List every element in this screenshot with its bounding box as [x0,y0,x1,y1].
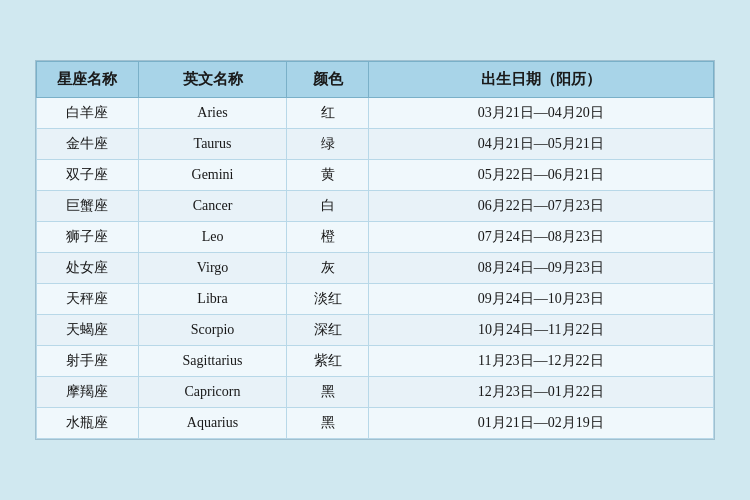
table-body: 白羊座Aries红03月21日—04月20日金牛座Taurus绿04月21日—0… [37,98,714,439]
cell-color: 白 [287,191,368,222]
table-row: 双子座Gemini黄05月22日—06月21日 [37,160,714,191]
cell-color: 黑 [287,377,368,408]
cell-color: 红 [287,98,368,129]
cell-english: Leo [138,222,287,253]
cell-date: 04月21日—05月21日 [368,129,713,160]
cell-date: 09月24日—10月23日 [368,284,713,315]
zodiac-table: 星座名称 英文名称 颜色 出生日期（阳历） 白羊座Aries红03月21日—04… [36,61,714,439]
cell-date: 06月22日—07月23日 [368,191,713,222]
table-row: 射手座Sagittarius紫红11月23日—12月22日 [37,346,714,377]
table-row: 白羊座Aries红03月21日—04月20日 [37,98,714,129]
table-row: 天秤座Libra淡红09月24日—10月23日 [37,284,714,315]
table-row: 金牛座Taurus绿04月21日—05月21日 [37,129,714,160]
cell-date: 08月24日—09月23日 [368,253,713,284]
cell-chinese: 水瓶座 [37,408,139,439]
cell-chinese: 射手座 [37,346,139,377]
cell-chinese: 处女座 [37,253,139,284]
cell-color: 黄 [287,160,368,191]
header-date: 出生日期（阳历） [368,62,713,98]
cell-date: 01月21日—02月19日 [368,408,713,439]
cell-date: 05月22日—06月21日 [368,160,713,191]
header-chinese: 星座名称 [37,62,139,98]
header-english: 英文名称 [138,62,287,98]
cell-date: 03月21日—04月20日 [368,98,713,129]
cell-color: 绿 [287,129,368,160]
cell-english: Virgo [138,253,287,284]
cell-english: Scorpio [138,315,287,346]
cell-english: Sagittarius [138,346,287,377]
table-row: 摩羯座Capricorn黑12月23日—01月22日 [37,377,714,408]
cell-color: 黑 [287,408,368,439]
cell-english: Cancer [138,191,287,222]
zodiac-table-container: 星座名称 英文名称 颜色 出生日期（阳历） 白羊座Aries红03月21日—04… [35,60,715,440]
cell-english: Capricorn [138,377,287,408]
cell-english: Taurus [138,129,287,160]
cell-chinese: 狮子座 [37,222,139,253]
cell-chinese: 天秤座 [37,284,139,315]
cell-date: 07月24日—08月23日 [368,222,713,253]
table-row: 水瓶座Aquarius黑01月21日—02月19日 [37,408,714,439]
cell-chinese: 巨蟹座 [37,191,139,222]
cell-english: Gemini [138,160,287,191]
cell-chinese: 摩羯座 [37,377,139,408]
cell-color: 橙 [287,222,368,253]
table-row: 处女座Virgo灰08月24日—09月23日 [37,253,714,284]
cell-date: 12月23日—01月22日 [368,377,713,408]
cell-color: 紫红 [287,346,368,377]
table-row: 狮子座Leo橙07月24日—08月23日 [37,222,714,253]
header-color: 颜色 [287,62,368,98]
cell-english: Aquarius [138,408,287,439]
cell-color: 淡红 [287,284,368,315]
cell-chinese: 双子座 [37,160,139,191]
table-row: 巨蟹座Cancer白06月22日—07月23日 [37,191,714,222]
cell-chinese: 天蝎座 [37,315,139,346]
cell-english: Aries [138,98,287,129]
table-header-row: 星座名称 英文名称 颜色 出生日期（阳历） [37,62,714,98]
cell-english: Libra [138,284,287,315]
cell-chinese: 白羊座 [37,98,139,129]
cell-date: 11月23日—12月22日 [368,346,713,377]
cell-date: 10月24日—11月22日 [368,315,713,346]
cell-color: 深红 [287,315,368,346]
cell-color: 灰 [287,253,368,284]
table-row: 天蝎座Scorpio深红10月24日—11月22日 [37,315,714,346]
cell-chinese: 金牛座 [37,129,139,160]
